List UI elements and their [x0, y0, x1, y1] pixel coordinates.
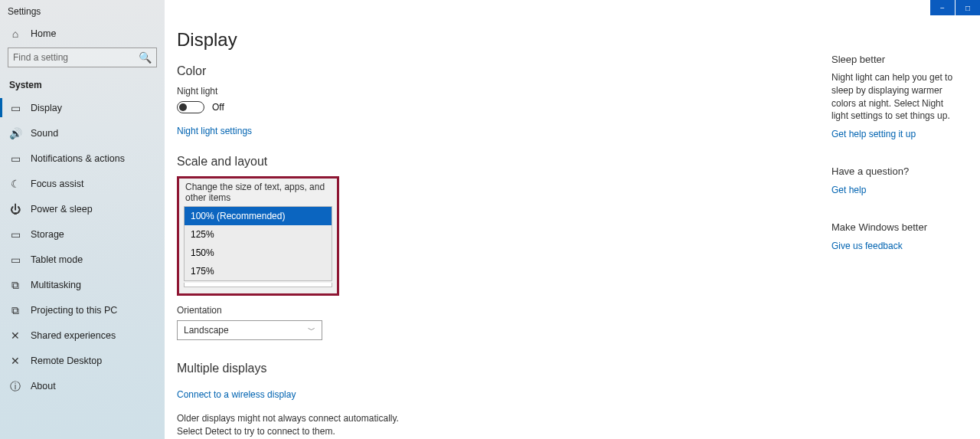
info-feedback-heading: Make Windows better [831, 221, 959, 233]
notifications-icon: ▭ [9, 152, 21, 165]
toggle-thumb [179, 103, 187, 111]
sidebar-item-label: Display [31, 103, 62, 113]
power-icon: ⏻ [9, 203, 21, 215]
info-column: Sleep better Night light can help you ge… [831, 29, 962, 439]
tablet-icon: ▭ [9, 254, 21, 266]
section-color: Color [177, 64, 606, 78]
scale-option[interactable]: 100% (Recommended) [185, 207, 332, 225]
scale-option[interactable]: 150% [185, 244, 332, 262]
window-maximize-button[interactable]: □ [956, 0, 980, 15]
sidebar-item-label: Focus assist [31, 179, 83, 189]
orientation-value: Landscape [184, 325, 229, 336]
sidebar-item-label: About [31, 381, 56, 391]
sidebar-item-label: Shared experiences [31, 330, 116, 341]
sidebar-item-label: Remote Desktop [31, 355, 102, 366]
nightlight-state: Off [212, 102, 224, 113]
display-icon: ▭ [9, 102, 21, 114]
sidebar-item-display[interactable]: ▭Display [0, 95, 165, 120]
scale-option[interactable]: 175% [185, 262, 332, 280]
window-titlebar: − □ [930, 0, 980, 15]
multitasking-icon: ⧉ [9, 279, 21, 291]
sidebar-item-storage[interactable]: ▭Storage [0, 221, 165, 247]
home-label: Home [31, 28, 56, 39]
info-question-heading: Have a question? [831, 165, 959, 177]
shared-icon: ✕ [9, 329, 21, 342]
sidebar-section-label: System [0, 75, 165, 95]
storage-icon: ▭ [9, 228, 21, 241]
scale-dropdown-bottom [184, 283, 332, 287]
focusassist-icon: ☾ [9, 178, 21, 190]
info-sleep-link[interactable]: Get help setting it up [831, 129, 916, 139]
info-feedback-link[interactable]: Give us feedback [831, 241, 903, 251]
info-question-link[interactable]: Get help [831, 185, 866, 195]
projecting-icon: ⧉ [9, 304, 21, 316]
scale-dropdown-highlighted: Change the size of text, apps, and other… [177, 176, 339, 296]
orientation-label: Orientation [177, 305, 606, 316]
sidebar-item-label: Power & sleep [31, 204, 93, 215]
nightlight-settings-link[interactable]: Night light settings [177, 126, 252, 136]
sidebar-item-projecting[interactable]: ⧉Projecting to this PC [0, 297, 165, 323]
sidebar-item-about[interactable]: ⓘAbout [0, 373, 165, 398]
scale-dropdown-open[interactable]: 100% (Recommended)125%150%175% [184, 206, 332, 281]
detect-note: Older displays might not always connect … [177, 412, 407, 438]
sidebar-item-shared[interactable]: ✕Shared experiences [0, 323, 165, 348]
nightlight-toggle[interactable]: Off [177, 101, 606, 113]
search-input[interactable]: Find a setting 🔍 [8, 48, 157, 67]
toggle-track [177, 101, 204, 113]
scale-option[interactable]: 125% [185, 225, 332, 244]
section-scale: Scale and layout [177, 155, 606, 169]
sound-icon: 🔊 [9, 127, 21, 139]
sidebar-item-focusassist[interactable]: ☾Focus assist [0, 171, 165, 196]
section-multiple-displays: Multiple displays [177, 362, 606, 375]
sidebar-item-tablet[interactable]: ▭Tablet mode [0, 247, 165, 272]
sidebar-item-notifications[interactable]: ▭Notifications & actions [0, 146, 165, 171]
sidebar-item-label: Multitasking [31, 280, 81, 290]
scale-label: Change the size of text, apps, and other… [184, 182, 332, 203]
sidebar-item-label: Sound [31, 128, 58, 139]
window-minimize-button[interactable]: − [930, 0, 955, 15]
sidebar-item-label: Tablet mode [31, 254, 83, 265]
remote-icon: ✕ [9, 355, 21, 367]
sidebar-item-label: Projecting to this PC [31, 305, 117, 316]
sidebar-item-multitasking[interactable]: ⧉Multitasking [0, 272, 165, 297]
sidebar: Settings ⌂ Home Find a setting 🔍 System … [0, 0, 165, 439]
sidebar-item-label: Storage [31, 229, 64, 240]
page-title: Display [177, 29, 606, 51]
about-icon: ⓘ [9, 380, 21, 392]
connect-wireless-link[interactable]: Connect to a wireless display [177, 389, 296, 400]
home-icon: ⌂ [9, 28, 21, 40]
orientation-dropdown[interactable]: Landscape ﹀ [177, 320, 322, 340]
sidebar-item-label: Notifications & actions [31, 153, 125, 164]
sidebar-home[interactable]: ⌂ Home [0, 20, 165, 48]
sidebar-item-power[interactable]: ⏻Power & sleep [0, 196, 165, 221]
nightlight-label: Night light [177, 86, 606, 97]
app-title: Settings [0, 0, 165, 20]
main-panel: Display Color Night light Off Night ligh… [165, 0, 980, 439]
sidebar-item-remote[interactable]: ✕Remote Desktop [0, 348, 165, 373]
info-sleep-body: Night light can help you get to sleep by… [831, 71, 959, 123]
search-icon: 🔍 [139, 52, 152, 63]
chevron-down-icon: ﹀ [308, 325, 315, 336]
search-placeholder: Find a setting [13, 52, 68, 63]
info-sleep-heading: Sleep better [831, 54, 959, 65]
sidebar-item-sound[interactable]: 🔊Sound [0, 120, 165, 146]
